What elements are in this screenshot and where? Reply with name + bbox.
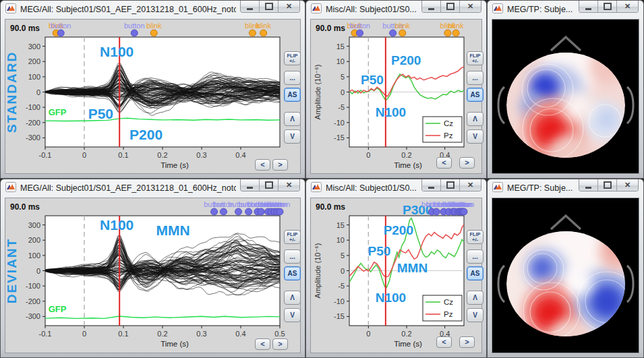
close-icon: ✕ (467, 181, 473, 189)
up-button[interactable]: Λ (284, 291, 301, 305)
event-marker-blink[interactable] (260, 30, 267, 36)
minimize-button[interactable] (422, 179, 440, 191)
maximize-button[interactable] (440, 1, 459, 12)
minimize-icon (428, 8, 434, 10)
x-tick-label: 0.2 (401, 330, 411, 338)
as-button[interactable]: AS (467, 88, 484, 102)
event-marker-button[interactable] (258, 208, 264, 215)
event-marker-blink[interactable] (444, 30, 451, 36)
next-time-button[interactable]: > (272, 159, 288, 171)
down-button[interactable]: V (467, 129, 484, 144)
maximize-button[interactable] (597, 1, 616, 12)
event-marker-button[interactable] (433, 208, 440, 215)
x-tick-label: 0 (82, 330, 86, 338)
titlebar[interactable]: Misc/All: Subject01/S0... ✕ (306, 179, 486, 197)
as-button[interactable]: AS (284, 88, 301, 102)
titlebar[interactable]: MEG/All: Subject01/S01_AEF_20131218_01_6… (1, 179, 305, 197)
maximize-button[interactable] (597, 179, 616, 191)
more-button[interactable]: ... (284, 249, 301, 264)
x-tick-label: 0.1 (118, 151, 128, 159)
down-button[interactable]: V (284, 308, 301, 322)
close-button[interactable]: ✕ (459, 1, 481, 12)
next-time-button[interactable]: > (459, 157, 475, 169)
event-marker-button[interactable] (357, 30, 363, 36)
maximize-button[interactable] (440, 179, 459, 191)
flip-button[interactable]: FLIP+/- (284, 230, 301, 244)
x-axis-label: Time (s) (394, 161, 422, 169)
close-button[interactable]: ✕ (278, 179, 299, 191)
prev-time-button[interactable]: < (436, 157, 452, 169)
window-controls: ✕ (421, 1, 481, 13)
event-marker-blink[interactable] (452, 30, 459, 36)
event-marker-button[interactable] (276, 208, 283, 215)
minimize-button[interactable] (241, 1, 259, 12)
titlebar[interactable]: Misc/All: Subject01/S0... ✕ (306, 1, 486, 18)
minimize-button[interactable] (579, 1, 597, 12)
close-button[interactable]: ✕ (616, 179, 638, 191)
event-marker-button[interactable] (131, 30, 138, 36)
down-button[interactable]: V (467, 308, 484, 322)
event-marker-blink[interactable] (249, 30, 256, 36)
event-marker-button[interactable] (461, 208, 467, 215)
as-button[interactable]: AS (284, 266, 301, 280)
x-tick-label: 0.5 (274, 330, 285, 338)
next-time-button[interactable]: > (272, 338, 288, 350)
maximize-button[interactable] (259, 179, 278, 191)
more-button[interactable]: ... (467, 249, 484, 264)
x-tick-label: 0.2 (157, 151, 167, 159)
deviant-butterfly-plot[interactable]: -0.100.10.20.30.40.53002001000-100-200-3… (5, 198, 301, 354)
down-button[interactable]: V (284, 129, 301, 144)
more-button[interactable]: ... (284, 71, 301, 85)
flip-button[interactable]: FLIP+/- (467, 230, 484, 244)
deviant-topography-map[interactable] (492, 198, 640, 354)
event-marker-blink[interactable] (150, 30, 157, 36)
minimize-icon (585, 187, 591, 189)
prev-time-button[interactable]: < (255, 338, 270, 350)
up-button[interactable]: Λ (467, 291, 484, 305)
flip-button[interactable]: FLIP+/- (284, 51, 301, 65)
prev-time-button[interactable]: < (436, 336, 452, 348)
deviant-cz-pz-plot[interactable]: 00.20.4151050-5-10-15Time (s)CzPzP300P20… (311, 198, 483, 354)
minimize-button[interactable] (241, 179, 259, 191)
y-axis-label: Amplitude (10⁻⁶) (314, 243, 322, 299)
titlebar[interactable]: MEG/All: Subject01/S01_AEF_20131218_01_6… (1, 1, 305, 18)
legend-label-Cz: Cz (444, 119, 453, 127)
event-marker-button[interactable] (245, 208, 252, 215)
event-marker-button[interactable] (235, 208, 242, 215)
up-button[interactable]: Λ (284, 112, 301, 126)
close-button[interactable]: ✕ (278, 1, 299, 12)
next-time-button[interactable]: > (459, 336, 475, 348)
standard-topography-map[interactable] (492, 20, 640, 175)
x-tick-label: 0.3 (196, 330, 206, 338)
x-axis-label: Time (s) (160, 340, 189, 348)
event-marker-button[interactable] (57, 30, 64, 36)
window-topography-deviant: MEG/TP: Subje... ✕ (487, 179, 644, 358)
maximize-button[interactable] (259, 1, 278, 12)
more-button[interactable]: ... (467, 71, 484, 85)
event-marker-button[interactable] (211, 208, 218, 215)
y-axis-label: Amplitude (10⁻⁶) (314, 65, 322, 120)
up-button[interactable]: Λ (467, 112, 484, 126)
window-title: MEG/All: Subject01/S01_AEF_20131218_01_6… (20, 183, 236, 193)
event-marker-button[interactable] (220, 208, 227, 215)
prev-time-button[interactable]: < (255, 159, 270, 171)
peak-label-P200: P200 (384, 223, 413, 237)
titlebar[interactable]: MEG/TP: Subje... ✕ (488, 179, 643, 197)
close-button[interactable]: ✕ (459, 179, 481, 191)
minimize-button[interactable] (422, 1, 440, 12)
standard-butterfly-plot[interactable]: -0.100.10.20.30.43002001000-100-200-300T… (5, 20, 301, 175)
standard-cz-pz-plot[interactable]: 00.20.4151050-5-10-15Time (s)CzPzP50P200… (311, 20, 483, 175)
event-marker-button[interactable] (390, 30, 397, 36)
flip-button[interactable]: FLIP+/- (467, 51, 484, 65)
window-title: MEG/TP: Subje... (507, 5, 573, 14)
event-marker-blink[interactable] (399, 30, 406, 36)
legend-label-Cz: Cz (444, 298, 453, 306)
legend-label-Pz: Pz (444, 131, 453, 140)
x-tick-label: -0.1 (39, 151, 52, 159)
as-button[interactable]: AS (467, 266, 484, 280)
window-controls: ✕ (240, 1, 300, 13)
close-button[interactable]: ✕ (616, 1, 638, 12)
titlebar[interactable]: MEG/TP: Subje... ✕ (488, 1, 643, 18)
figure-area: 90.0 ms 00.20.4151050-5-10-15Time (s)CzP… (310, 198, 482, 353)
minimize-button[interactable] (579, 179, 597, 191)
